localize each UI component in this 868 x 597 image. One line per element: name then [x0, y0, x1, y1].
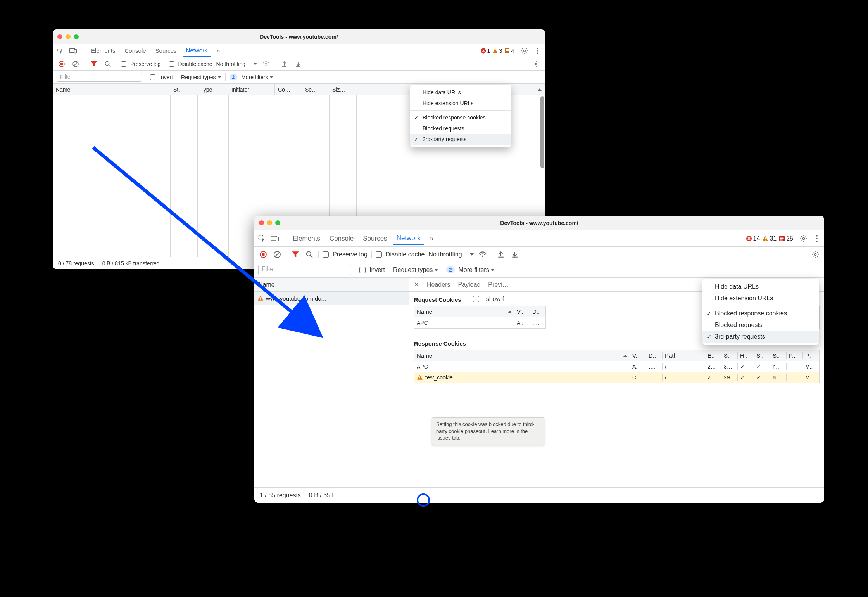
- invert-checkbox[interactable]: [359, 267, 366, 273]
- filter-input[interactable]: Filter: [57, 73, 142, 82]
- col-d[interactable]: D..: [530, 308, 545, 315]
- col-name[interactable]: Name: [414, 308, 514, 315]
- close-detail-icon[interactable]: ✕: [414, 281, 419, 288]
- clear-button[interactable]: [71, 59, 81, 69]
- tab-preview[interactable]: Previ…: [488, 281, 508, 288]
- more-filters-select[interactable]: More filters: [241, 74, 273, 80]
- search-icon[interactable]: [103, 59, 113, 69]
- request-types-select[interactable]: Request types: [393, 266, 438, 273]
- col-name[interactable]: Name: [414, 352, 630, 359]
- more-menu-icon[interactable]: [812, 234, 822, 244]
- invert-checkbox[interactable]: [150, 74, 155, 80]
- filter-icon[interactable]: [290, 249, 300, 260]
- more-tabs-button[interactable]: »: [427, 232, 437, 245]
- tab-network[interactable]: Network: [183, 45, 211, 57]
- clear-button[interactable]: [272, 249, 282, 260]
- filter-3rd-party-requests[interactable]: ✓3rd-party requests: [702, 331, 819, 343]
- filter-blocked-requests[interactable]: Blocked requests: [702, 319, 819, 331]
- download-har-icon[interactable]: [293, 59, 303, 69]
- disable-cache-checkbox[interactable]: [169, 61, 174, 67]
- svg-rect-50: [419, 376, 420, 378]
- settings-icon[interactable]: [799, 234, 809, 244]
- inspect-element-icon[interactable]: [55, 46, 65, 56]
- cookie-row[interactable]: APC A.. ….: [414, 317, 545, 328]
- error-count: 14: [753, 235, 760, 242]
- upload-har-icon[interactable]: [279, 59, 289, 69]
- cookie-name: test_cookie: [414, 374, 630, 381]
- tab-sources[interactable]: Sources: [360, 232, 390, 245]
- scrollbar-thumb[interactable]: [540, 96, 544, 168]
- filter-hide-data-urls[interactable]: Hide data URLs: [702, 281, 819, 292]
- filter-input[interactable]: Filter: [258, 265, 351, 275]
- throttling-select[interactable]: No throttling: [428, 251, 473, 258]
- col-initiator[interactable]: Initiator: [228, 84, 275, 95]
- preserve-log-checkbox[interactable]: [323, 251, 329, 258]
- request-types-label: Request types: [393, 266, 433, 273]
- panel-tabs: Elements Console Sources Network » 14 31…: [254, 230, 824, 247]
- cookie-row-blocked[interactable]: test_cookie C.. …. / 2… 29 ✓ ✓ N… M..: [414, 372, 819, 383]
- tab-network[interactable]: Network: [393, 232, 424, 245]
- tab-console[interactable]: Console: [122, 45, 149, 56]
- show-filtered-cookies-checkbox[interactable]: [473, 296, 479, 302]
- settings-icon[interactable]: [519, 46, 530, 56]
- col-size[interactable]: Siz…: [329, 84, 356, 95]
- more-filters-popup: Hide data URLs Hide extension URLs ✓Bloc…: [410, 85, 511, 147]
- svg-point-20: [265, 65, 266, 66]
- svg-rect-48: [260, 297, 261, 299]
- svg-rect-26: [276, 237, 279, 241]
- tab-elements[interactable]: Elements: [290, 232, 323, 245]
- search-icon[interactable]: [304, 249, 314, 260]
- issue-counts[interactable]: 1 3 4: [481, 48, 514, 54]
- network-conditions-icon[interactable]: [478, 249, 488, 260]
- tab-elements[interactable]: Elements: [88, 45, 119, 56]
- network-conditions-icon[interactable]: [261, 59, 271, 69]
- disable-cache-label: Disable cache: [386, 251, 425, 258]
- sort-asc-icon: [538, 88, 542, 91]
- throttling-select[interactable]: No throttling: [216, 61, 257, 67]
- filter-hide-data-urls[interactable]: Hide data URLs: [410, 87, 511, 98]
- requests-summary: 0 / 78 requests: [58, 260, 94, 266]
- filter-hide-extension-urls[interactable]: Hide extension URLs: [410, 98, 511, 109]
- info-count: 4: [511, 48, 514, 54]
- preserve-log-checkbox[interactable]: [121, 61, 126, 67]
- request-types-select[interactable]: Request types: [181, 74, 221, 80]
- filter-hide-extension-urls[interactable]: Hide extension URLs: [702, 292, 819, 304]
- filter-3rd-party-requests[interactable]: ✓3rd-party requests: [410, 134, 511, 145]
- more-filters-select[interactable]: More filters: [459, 266, 495, 273]
- filter-blocked-requests[interactable]: Blocked requests: [410, 123, 511, 134]
- tab-console[interactable]: Console: [326, 232, 357, 245]
- col-v[interactable]: V..: [514, 308, 530, 315]
- tab-headers[interactable]: Headers: [427, 281, 450, 288]
- col-co[interactable]: Co…: [275, 84, 302, 95]
- network-settings-icon[interactable]: [810, 249, 820, 260]
- col-name[interactable]: Name: [53, 84, 170, 95]
- col-status[interactable]: St…: [170, 84, 197, 95]
- download-har-icon[interactable]: [510, 249, 520, 260]
- device-toolbar-icon[interactable]: [68, 46, 78, 56]
- svg-rect-33: [780, 239, 783, 240]
- inspect-element-icon[interactable]: [257, 234, 267, 244]
- filter-blocked-response-cookies[interactable]: ✓Blocked response cookies: [410, 112, 511, 123]
- svg-rect-9: [506, 52, 507, 52]
- col-type[interactable]: Type: [197, 84, 228, 95]
- filter-blocked-response-cookies[interactable]: ✓Blocked response cookies: [702, 308, 819, 319]
- disable-cache-checkbox[interactable]: [376, 251, 382, 258]
- upload-har-icon[interactable]: [496, 249, 506, 260]
- more-tabs-button[interactable]: »: [214, 45, 223, 56]
- record-button[interactable]: [258, 249, 268, 260]
- requests-list-header[interactable]: Name: [254, 278, 409, 292]
- issue-counts[interactable]: 14 31 25: [746, 235, 793, 242]
- tab-payload[interactable]: Payload: [458, 281, 480, 288]
- request-row[interactable]: www.youtube.com;dc…: [254, 292, 409, 305]
- devtools-window-2: DevTools - www.youtube.com/ Elements Con…: [254, 216, 824, 503]
- record-button[interactable]: [57, 59, 67, 69]
- preserve-log-label: Preserve log: [130, 61, 161, 67]
- network-settings-icon[interactable]: [531, 59, 541, 69]
- device-toolbar-icon[interactable]: [270, 234, 280, 244]
- cookie-row[interactable]: APC A.. …. / 2… 3… ✓ ✓ n… M..: [414, 361, 819, 372]
- tab-sources[interactable]: Sources: [152, 45, 180, 56]
- filter-icon[interactable]: [89, 59, 99, 69]
- active-filter-count-badge: 2: [230, 74, 238, 80]
- col-se[interactable]: Se…: [302, 84, 329, 95]
- more-menu-icon[interactable]: [533, 46, 543, 56]
